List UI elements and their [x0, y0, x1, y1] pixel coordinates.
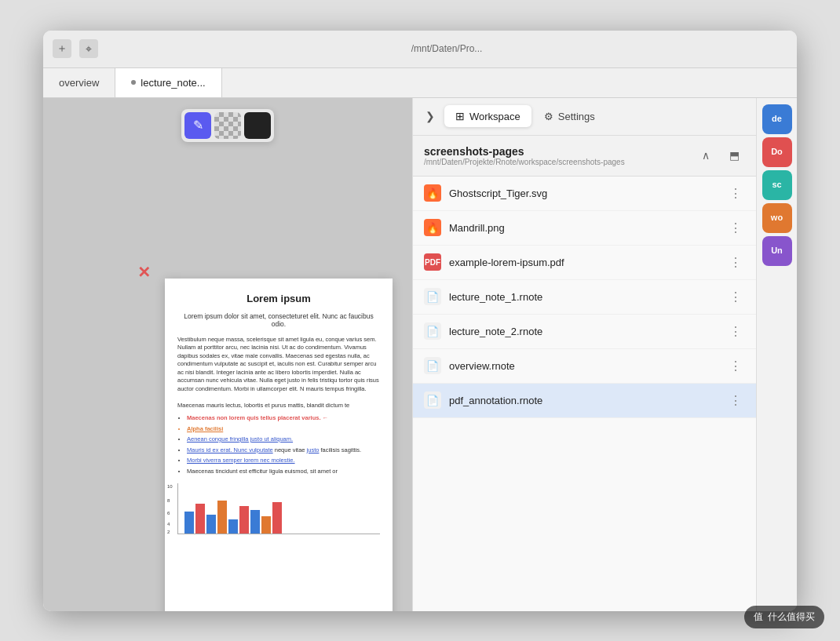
file-menu-button[interactable]: ⋮ [726, 287, 745, 306]
doc-body: Vestibulum neque massa, scelerisque sit … [177, 336, 380, 535]
file-item-ln1[interactable]: 📄 lecture_note_1.rnote ⋮ [413, 280, 756, 315]
pdf-icon: PDF [424, 253, 441, 271]
panel-header: ❯ ⊞ Workspace ⚙ Settings × [413, 98, 797, 136]
bookmark-button[interactable]: ⌖ [79, 39, 98, 58]
tab-dot [131, 80, 136, 85]
tab-overview-label: overview [59, 77, 99, 89]
workspace-tab-label: Workspace [469, 111, 520, 122]
doc-subtitle: Lorem ipsum dolor sit amet, consecteture… [177, 312, 380, 328]
list-item: Alpha facilisi [187, 425, 380, 434]
settings-tab[interactable]: ⚙ Settings [535, 106, 604, 127]
new-tab-button[interactable]: ＋ [53, 39, 71, 58]
folder-header: screenshots-pages /mnt/Daten/Projekte/Rn… [413, 136, 756, 177]
doc-title: Lorem ipsum [177, 293, 380, 304]
doc-body-text: Vestibulum neque massa, scelerisque sit … [177, 336, 380, 394]
workspace-content: screenshots-pages /mnt/Daten/Projekte/Rn… [413, 136, 797, 611]
eraser-tool-button[interactable] [214, 112, 241, 139]
file-item-tiger[interactable]: 🔥 Ghostscript_Tiger.svg ⋮ [413, 177, 756, 211]
app-icon-sc[interactable]: sc [762, 170, 792, 200]
rnote-icon: 📄 [424, 392, 441, 409]
file-name: lecture_note_2.rnote [449, 326, 718, 337]
watermark: 值 什么值得买 [744, 606, 824, 628]
file-menu-button[interactable]: ⋮ [726, 322, 745, 341]
folder-name: screenshots-pages [424, 145, 695, 158]
list-item: Maecenas tincidunt est efficitur ligula … [187, 468, 380, 476]
file-name: overview.rnote [449, 360, 718, 372]
png-icon: 🔥 [424, 219, 441, 236]
app-icon-do[interactable]: Do [762, 137, 792, 167]
file-name: pdf_annotation.rnote [449, 395, 718, 406]
app-icon-de[interactable]: de [762, 104, 792, 134]
list-item: Aenean congue fringilla justo ut aliquam… [187, 435, 380, 444]
folder-path: /mnt/Daten/Projekte/Rnote/workspace/scre… [424, 158, 695, 166]
canvas-toolbar: ✎ [181, 109, 274, 142]
svg-icon: 🔥 [424, 184, 441, 202]
document-preview: Lorem ipsum Lorem ipsum dolor sit amet, … [165, 279, 393, 611]
list-item: Mauris id ex erat. Nunc vulputate neque … [187, 446, 380, 455]
list-item: Maecenas non lorem quis tellus placerat … [187, 414, 380, 423]
canvas-close-mark: ✕ [137, 263, 151, 282]
file-item-mandrill[interactable]: 🔥 Mandrill.png ⋮ [413, 211, 756, 246]
tab-bar: overview lecture_note... [43, 68, 797, 98]
title-bar: ＋ ⌖ /mnt/Daten/Pro... [43, 31, 797, 68]
rnote-icon: 📄 [424, 357, 441, 374]
file-menu-button[interactable]: ⋮ [726, 218, 745, 237]
doc-body-text2: Maecenas mauris lectus, lobortis et puru… [177, 402, 380, 410]
rnote-icon: 📄 [424, 322, 441, 340]
workspace-tab[interactable]: ⊞ Workspace [444, 105, 531, 127]
folder-info: screenshots-pages /mnt/Daten/Projekte/Rn… [424, 145, 695, 166]
file-name: example-lorem-ipsum.pdf [449, 257, 718, 268]
file-menu-button[interactable]: ⋮ [726, 356, 745, 375]
doc-chart: 10 8 6 4 2 [177, 483, 380, 534]
app-icon-wo[interactable]: wo [762, 203, 792, 233]
file-item-pdf-annotation[interactable]: 📄 pdf_annotation.rnote ⋮ [413, 384, 756, 418]
sidebar-panel: ❯ ⊞ Workspace ⚙ Settings × screensho [412, 98, 797, 611]
file-name: lecture_note_1.rnote [449, 291, 718, 303]
tab-overview[interactable]: overview [43, 68, 115, 97]
app-window: ＋ ⌖ /mnt/Daten/Pro... overview lecture_n… [43, 31, 797, 611]
file-menu-button[interactable]: ⋮ [726, 391, 745, 410]
color-black-button[interactable] [244, 112, 271, 139]
folder-actions: ∧ ⬒ [695, 144, 745, 166]
file-list-area: screenshots-pages /mnt/Daten/Projekte/Rn… [413, 136, 756, 611]
canvas-area[interactable]: ✎ ✕ Lorem ipsum Lorem ipsum dolor sit am… [43, 98, 412, 611]
settings-icon: ⚙ [544, 111, 553, 122]
pen-tool-button[interactable]: ✎ [184, 112, 211, 139]
workspace-tab-icon: ⊞ [455, 110, 465, 122]
file-item-ln2[interactable]: 📄 lecture_note_2.rnote ⋮ [413, 315, 756, 349]
list-item: Morbi viverra semper lorem nec molestie. [187, 457, 380, 465]
panel-collapse-button[interactable]: ❯ [419, 105, 441, 127]
watermark-text: 什么值得买 [768, 610, 815, 624]
folder-collapse-button[interactable]: ∧ [695, 144, 717, 166]
watermark-icon: 值 [754, 610, 763, 624]
folder-import-button[interactable]: ⬒ [723, 144, 745, 166]
main-area: ✎ ✕ Lorem ipsum Lorem ipsum dolor sit am… [43, 98, 797, 611]
file-item-pdf[interactable]: PDF example-lorem-ipsum.pdf ⋮ [413, 246, 756, 280]
app-icons-sidebar: de Do sc wo Un [756, 98, 797, 611]
settings-label: Settings [558, 111, 595, 122]
file-menu-button[interactable]: ⋮ [726, 253, 745, 271]
rnote-icon: 📄 [424, 288, 441, 305]
app-icon-un[interactable]: Un [762, 236, 792, 266]
file-name: Ghostscript_Tiger.svg [449, 188, 718, 199]
file-menu-button[interactable]: ⋮ [726, 184, 745, 202]
doc-list: Maecenas non lorem quis tellus placerat … [187, 414, 380, 475]
title-path: /mnt/Daten/Pro... [106, 43, 787, 54]
tab-lecture-note[interactable]: lecture_note... [115, 68, 221, 97]
file-item-overview[interactable]: 📄 overview.rnote ⋮ [413, 349, 756, 384]
file-name: Mandrill.png [449, 222, 718, 234]
tab-lecture-note-label: lecture_note... [141, 77, 205, 89]
